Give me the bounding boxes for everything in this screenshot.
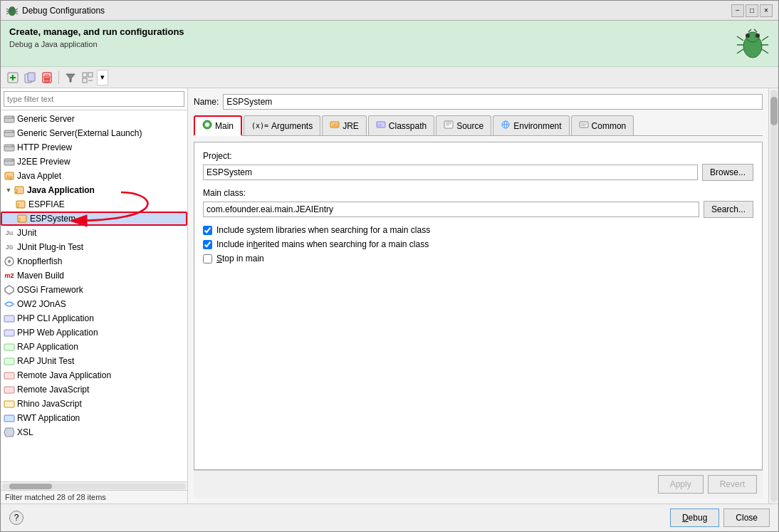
tab-environment[interactable]: Environment <box>493 115 569 135</box>
svg-line-17 <box>762 49 768 53</box>
svg-point-38 <box>12 145 14 147</box>
svg-text:CP: CP <box>377 123 382 127</box>
arguments-tab-icon: (x)= <box>251 122 268 130</box>
tree-item-knopflerfish[interactable]: Knopflerfish <box>1 254 187 268</box>
collapse-button[interactable] <box>80 70 95 85</box>
vertical-scrollbar[interactable] <box>768 88 778 504</box>
tree-item-http-preview[interactable]: HTTP Preview <box>1 140 187 155</box>
knopflerfish-icon <box>4 256 15 267</box>
stop-in-main-checkbox[interactable] <box>203 254 212 264</box>
main-class-field-group: Main class: Search... <box>203 188 753 218</box>
tabs-bar: Main (x)= Arguments JRE <box>194 115 763 136</box>
search-button[interactable]: Search... <box>704 201 753 218</box>
maximize-button[interactable]: □ <box>746 4 758 17</box>
svg-point-9 <box>14 7 15 9</box>
remote-js-label: Remote JavaScript <box>17 385 89 395</box>
environment-tab-icon <box>501 120 511 131</box>
main-class-input[interactable] <box>203 202 699 217</box>
tree-item-rwt[interactable]: RWT Application <box>1 411 187 425</box>
tree-item-java-applet[interactable]: Ap Java Applet <box>1 169 187 183</box>
debug-button[interactable]: Debug <box>670 508 719 527</box>
svg-line-20 <box>748 29 751 32</box>
minimize-button[interactable]: − <box>731 4 744 17</box>
project-field-group: Project: Browse... <box>203 151 753 181</box>
common-tab-label: Common <box>592 121 627 131</box>
xsl-label: XSL <box>17 427 33 437</box>
tree-item-j2ee-preview[interactable]: J2EE Preview <box>1 155 187 169</box>
espsystem-label: ESPSystem <box>30 214 75 224</box>
close-button-footer[interactable]: Close <box>723 508 770 527</box>
tree-item-xsl[interactable]: XSL <box>1 425 187 439</box>
java-applet-icon: Ap <box>4 170 15 182</box>
filter-input[interactable] <box>4 91 184 107</box>
svg-text:J: J <box>18 217 21 223</box>
tree-item-espfiae[interactable]: J ESPFIAE <box>1 197 187 212</box>
svg-rect-27 <box>83 78 87 83</box>
close-button[interactable]: × <box>760 4 773 17</box>
main-tab-icon <box>202 120 212 132</box>
include-inherited-checkbox-row: Include inherited mains when searching f… <box>203 239 753 249</box>
filter-button[interactable] <box>63 70 78 85</box>
horizontal-scrollbar[interactable] <box>1 481 187 490</box>
help-button[interactable]: ? <box>9 511 23 525</box>
svg-line-4 <box>6 13 9 14</box>
tree-item-junit-plugin[interactable]: Jü JUnit Plug-in Test <box>1 240 187 254</box>
name-label: Name: <box>194 97 219 107</box>
junit-icon: Ju <box>4 227 15 239</box>
common-tab-icon <box>579 120 589 131</box>
h-scrollbar-thumb[interactable] <box>9 484 52 489</box>
tree-item-rap-junit[interactable]: RAP JUnit Test <box>1 354 187 368</box>
svg-line-2 <box>6 9 9 10</box>
svg-line-21 <box>754 29 757 32</box>
tree-item-php-web[interactable]: PHP Web Application <box>1 325 187 340</box>
java-applet-label: Java Applet <box>17 171 61 181</box>
tree-item-osgi[interactable]: OSGi Framework <box>1 283 187 297</box>
name-input[interactable] <box>223 94 763 110</box>
svg-point-18 <box>746 33 750 38</box>
new-config-button[interactable] <box>5 70 21 85</box>
filter-box <box>1 88 187 110</box>
tab-main[interactable]: Main <box>194 115 242 136</box>
tab-arguments[interactable]: (x)= Arguments <box>244 115 320 135</box>
tree-item-generic-server-ext[interactable]: Generic Server(External Launch) <box>1 126 187 140</box>
tree-item-java-application[interactable]: ▼ J Java Application <box>1 183 187 197</box>
v-scrollbar-thumb[interactable] <box>770 97 778 125</box>
tree-item-rap-application[interactable]: RAP Application <box>1 340 187 354</box>
main-tab-label: Main <box>215 121 234 131</box>
tree-item-ow2-jonas[interactable]: OW2 JOnAS <box>1 297 187 311</box>
generic-server-icon <box>4 113 15 125</box>
tab-source[interactable]: Source <box>436 115 491 135</box>
tab-classpath[interactable]: CP Classpath <box>368 115 434 135</box>
tree-item-rhino-js[interactable]: Rhino JavaScript <box>1 397 187 411</box>
tree-item-remote-js[interactable]: Remote JavaScript <box>1 382 187 397</box>
browse-button[interactable]: Browse... <box>702 164 753 181</box>
header-title: Create, manage, and run configurations <box>9 26 184 37</box>
revert-button[interactable]: Revert <box>708 475 757 494</box>
config-dropdown[interactable]: ▾ <box>97 70 108 85</box>
include-system-checkbox[interactable] <box>203 226 212 235</box>
svg-point-63 <box>205 122 209 127</box>
arguments-tab-label: Arguments <box>271 121 313 131</box>
tree-item-php-cli[interactable]: PHP CLI Application <box>1 311 187 325</box>
rwt-icon <box>4 412 15 424</box>
espsystem-icon: J <box>16 213 28 224</box>
project-input[interactable] <box>203 165 698 180</box>
tree-item-maven[interactable]: m2 Maven Build <box>1 268 187 283</box>
delete-button[interactable] <box>39 70 55 85</box>
header-subtitle: Debug a Java application <box>9 40 184 48</box>
source-tab-icon <box>444 120 454 131</box>
include-inherited-checkbox[interactable] <box>203 240 212 249</box>
espfiae-icon: J <box>15 199 26 210</box>
tab-jre[interactable]: JRE JRE <box>322 115 367 135</box>
tree-item-generic-server[interactable]: Generic Server <box>1 112 187 126</box>
tree-item-espsystem[interactable]: J ESPSystem <box>1 212 187 226</box>
dropdown-arrow-icon: ▾ <box>100 73 105 82</box>
java-application-expand[interactable]: ▼ <box>4 185 14 195</box>
tree-item-junit[interactable]: Ju JUnit <box>1 226 187 240</box>
left-panel: Generic Server Generic Server(External L… <box>1 88 188 504</box>
apply-button[interactable]: Apply <box>658 475 704 494</box>
tree-item-remote-java[interactable]: Remote Java Application <box>1 368 187 382</box>
tab-common[interactable]: Common <box>571 115 634 135</box>
generic-server-label: Generic Server <box>17 114 75 124</box>
duplicate-button[interactable] <box>22 70 38 85</box>
